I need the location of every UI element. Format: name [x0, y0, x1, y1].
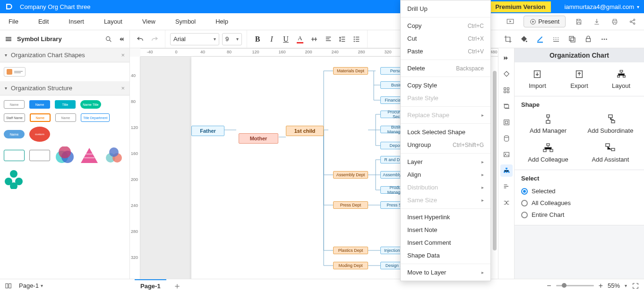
shape-thumb[interactable]: Staff Name: [4, 113, 25, 122]
rail-canvas-icon[interactable]: [500, 116, 513, 129]
ctx-delete[interactable]: DeleteBackspace: [401, 62, 490, 75]
menu-view[interactable]: View: [139, 16, 158, 27]
rail-layers-icon[interactable]: [500, 100, 513, 112]
font-color-button[interactable]: A: [294, 34, 306, 45]
shape-thumb[interactable]: [79, 146, 99, 164]
node-press-dept[interactable]: Press Dept: [333, 201, 368, 209]
zoom-out-button[interactable]: −: [547, 282, 551, 290]
shape-thumb[interactable]: [104, 146, 124, 164]
add-colleague-button[interactable]: Add Colleague: [519, 143, 577, 163]
collapse-panel-icon[interactable]: [117, 35, 125, 43]
fill-icon[interactable]: [519, 34, 529, 44]
shape-thumb[interactable]: Name: [30, 113, 51, 122]
node-assembly-dept[interactable]: Assembly Dept: [333, 171, 368, 179]
lock-icon[interactable]: [583, 34, 593, 44]
premium-badge[interactable]: Premium Version: [489, 1, 551, 12]
share-icon[interactable]: [628, 17, 637, 26]
ctx-drill-up[interactable]: Drill Up: [401, 2, 490, 15]
print-icon[interactable]: [610, 17, 619, 26]
node-plastics-dept[interactable]: Plastics Dept: [333, 247, 368, 254]
font-select[interactable]: Arial ▾: [170, 33, 219, 45]
line-style-icon[interactable]: [551, 34, 561, 44]
download-icon[interactable]: [592, 17, 601, 26]
undo-button[interactable]: [135, 34, 146, 45]
line-spacing-button[interactable]: [337, 34, 348, 45]
rail-theme-icon[interactable]: [500, 68, 513, 80]
orgshape-thumb[interactable]: [4, 67, 26, 77]
shape-thumb[interactable]: Title Department: [81, 113, 110, 122]
shape-thumb[interactable]: Name: [4, 100, 25, 109]
shape-thumb[interactable]: [55, 146, 75, 164]
line-color-icon[interactable]: [535, 34, 545, 44]
add-manager-button[interactable]: Add Manager: [519, 114, 577, 134]
crop-icon[interactable]: [503, 34, 513, 44]
redo-button[interactable]: [149, 34, 160, 45]
menu-file[interactable]: File: [6, 16, 21, 27]
rail-gantt-icon[interactable]: [500, 180, 513, 193]
shape-thumb[interactable]: [29, 150, 50, 161]
node-mother[interactable]: Mother: [239, 133, 278, 144]
shape-thumb[interactable]: [4, 150, 25, 161]
close-icon[interactable]: ×: [121, 52, 125, 59]
radio-entire-chart[interactable]: Entire Chart: [521, 211, 637, 218]
ctx-paste[interactable]: PasteCtrl+V: [401, 45, 490, 58]
save-icon[interactable]: [574, 17, 584, 26]
shape-thumb[interactable]: Name Title: [80, 100, 101, 109]
menu-layout[interactable]: Layout: [101, 16, 125, 27]
add-page-button[interactable]: ＋: [170, 280, 184, 292]
import-button[interactable]: Import: [521, 69, 554, 89]
bullet-list-button[interactable]: [351, 34, 362, 45]
shape-thumb[interactable]: [4, 169, 24, 187]
node-first-child[interactable]: 1st child: [286, 126, 324, 136]
ctx-lock-selected[interactable]: Lock Selected Shape: [401, 126, 490, 138]
menu-help[interactable]: Help: [213, 16, 231, 27]
shadow-icon[interactable]: [567, 34, 577, 44]
ctx-cut[interactable]: CutCtrl+X: [401, 32, 490, 45]
ctx-align[interactable]: Align▸: [401, 168, 490, 181]
play-icon[interactable]: [506, 17, 515, 26]
page-tab-active[interactable]: Page-1: [135, 279, 166, 292]
ctx-move-to-layer[interactable]: Move to Layer▸: [401, 266, 490, 279]
menu-insert[interactable]: Insert: [66, 16, 87, 27]
menu-edit[interactable]: Edit: [35, 16, 52, 27]
rail-orgchart-icon[interactable]: [500, 164, 513, 177]
bold-button[interactable]: B: [252, 34, 263, 45]
page-select[interactable]: Page-1 ▾: [19, 282, 43, 289]
present-button[interactable]: Present: [524, 16, 566, 27]
ctx-insert-comment[interactable]: Insert Comment: [401, 236, 490, 249]
close-icon[interactable]: ×: [121, 85, 125, 92]
fullscreen-icon[interactable]: [632, 282, 639, 290]
rail-expand-icon[interactable]: [500, 52, 513, 64]
menu-symbol[interactable]: Symbol: [172, 16, 198, 27]
italic-button[interactable]: I: [266, 34, 277, 45]
section-org-structure[interactable]: ▾ Organization Structure ×: [0, 81, 129, 95]
more-icon[interactable]: [599, 34, 610, 44]
underline-button[interactable]: U: [280, 34, 292, 45]
search-icon[interactable]: [105, 35, 112, 43]
rail-grid-icon[interactable]: [500, 84, 513, 96]
radio-selected[interactable]: Selected: [521, 188, 637, 195]
shape-thumb[interactable]: custom: [29, 127, 50, 142]
layout-button[interactable]: Layout: [605, 69, 638, 89]
radio-all-colleagues[interactable]: All Colleagues: [521, 199, 637, 206]
zoom-in-button[interactable]: +: [599, 282, 603, 290]
shape-thumb[interactable]: Name: [29, 100, 50, 109]
ctx-shape-data[interactable]: Shape Data: [401, 249, 490, 262]
ctx-copy[interactable]: CopyCtrl+C: [401, 19, 490, 32]
ctx-ungroup[interactable]: UngroupCtrl+Shift+G: [401, 138, 490, 151]
pages-icon[interactable]: [5, 282, 12, 290]
section-org-chart-shapes[interactable]: ▾ Organization Chart Shapes ×: [0, 48, 129, 62]
zoom-slider[interactable]: [556, 285, 594, 286]
rail-random-icon[interactable]: [500, 197, 513, 209]
ctx-hyperlink[interactable]: Insert Hyperlink: [401, 211, 490, 223]
text-align-button[interactable]: [309, 34, 320, 45]
ctx-layer[interactable]: Layer▸: [401, 155, 490, 168]
node-materials[interactable]: Materials Dept: [333, 67, 368, 75]
ctx-insert-note[interactable]: Insert Note: [401, 223, 490, 236]
node-moding-dept[interactable]: Moding Dept: [333, 262, 368, 269]
shape-thumb[interactable]: Name: [4, 130, 25, 138]
node-father[interactable]: Father: [191, 126, 224, 136]
ctx-copy-style[interactable]: Copy Style: [401, 79, 490, 92]
scrollbar-vertical[interactable]: [493, 71, 497, 250]
shape-thumb[interactable]: Title: [55, 100, 76, 109]
